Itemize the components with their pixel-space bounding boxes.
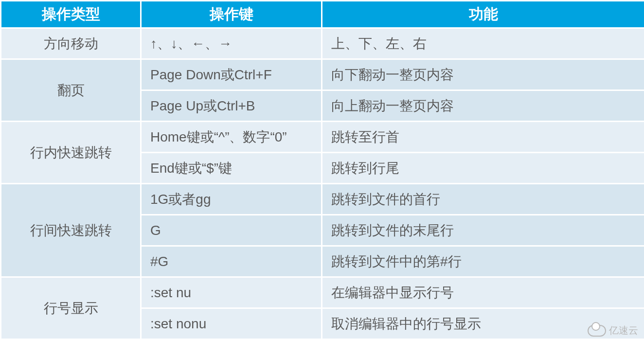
- cell-func: 跳转到行尾: [322, 153, 644, 184]
- table-row: 行号显示:set nu在编辑器中显示行号: [1, 277, 644, 308]
- table-body: 方向移动↑、↓、←、→上、下、左、右翻页Page Down或Ctrl+F向下翻动…: [1, 28, 644, 340]
- cell-func: 向上翻动一整页内容: [322, 90, 644, 122]
- cell-func: 跳转到文件的末尾行: [322, 215, 644, 246]
- table-row: 方向移动↑、↓、←、→上、下、左、右: [1, 28, 644, 59]
- cell-key: Page Down或Ctrl+F: [141, 59, 322, 90]
- table-header-row: 操作类型 操作键 功能: [1, 1, 644, 28]
- table-row: 翻页Page Down或Ctrl+F向下翻动一整页内容: [1, 59, 644, 90]
- cell-key: 1G或者gg: [141, 184, 322, 215]
- cell-type: 行号显示: [1, 277, 141, 340]
- col-header-func: 功能: [322, 1, 644, 28]
- cell-key: #G: [141, 246, 322, 277]
- cell-type: 方向移动: [1, 28, 141, 59]
- cell-func: 跳转到文件中的第#行: [322, 246, 644, 277]
- cell-type: 行间快速跳转: [1, 184, 141, 277]
- cell-key: G: [141, 215, 322, 246]
- cell-key: :set nu: [141, 277, 322, 308]
- col-header-type: 操作类型: [1, 1, 141, 28]
- cell-func: 取消编辑器中的行号显示: [322, 308, 644, 340]
- cell-type: 行内快速跳转: [1, 122, 141, 184]
- cell-key: :set nonu: [141, 308, 322, 340]
- cell-type: 翻页: [1, 59, 141, 122]
- table-row: 行间快速跳转1G或者gg跳转到文件的首行: [1, 184, 644, 215]
- cell-key: Home键或“^”、数字“0”: [141, 122, 322, 153]
- cell-func: 跳转至行首: [322, 122, 644, 153]
- cell-func: 上、下、左、右: [322, 28, 644, 59]
- shortcut-table: 操作类型 操作键 功能 方向移动↑、↓、←、→上、下、左、右翻页Page Dow…: [0, 0, 644, 340]
- cell-key: End键或“$”键: [141, 153, 322, 184]
- cell-key: Page Up或Ctrl+B: [141, 90, 322, 122]
- cell-func: 向下翻动一整页内容: [322, 59, 644, 90]
- col-header-key: 操作键: [141, 1, 322, 28]
- table-row: 行内快速跳转Home键或“^”、数字“0”跳转至行首: [1, 122, 644, 153]
- cell-func: 在编辑器中显示行号: [322, 277, 644, 308]
- cell-key: ↑、↓、←、→: [141, 28, 322, 59]
- cell-func: 跳转到文件的首行: [322, 184, 644, 215]
